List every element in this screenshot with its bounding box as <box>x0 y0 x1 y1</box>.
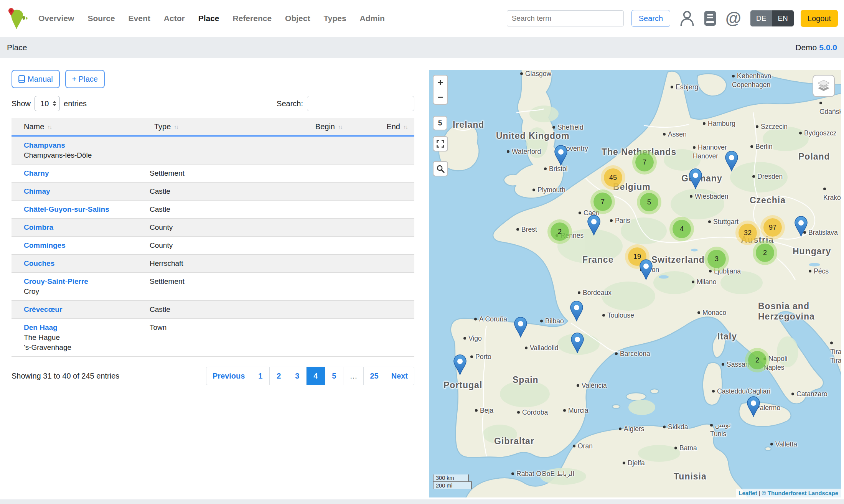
nav-item-actor[interactable]: Actor <box>164 14 185 23</box>
place-link[interactable]: Crèvecœur <box>24 305 62 313</box>
page-button-next[interactable]: Next <box>385 367 414 385</box>
cluster-badge[interactable]: 2 <box>748 351 767 369</box>
cluster-badge[interactable]: 4 <box>673 220 691 238</box>
map-marker[interactable] <box>689 168 702 189</box>
end-cell <box>349 219 414 236</box>
table-row: Châtel-Guyon-sur-SalinsCastle <box>12 201 414 219</box>
cluster-badge[interactable]: 2 <box>756 244 774 262</box>
map-marker[interactable] <box>639 259 653 280</box>
manual-button[interactable]: Manual <box>12 70 60 88</box>
place-link[interactable]: Comminges <box>24 241 66 249</box>
journal-notes-icon[interactable] <box>704 11 716 26</box>
lang-de-button[interactable]: DE <box>750 10 772 26</box>
map-marker[interactable] <box>725 151 738 171</box>
version-link[interactable]: 5.0.0 <box>819 43 837 52</box>
cluster-badge[interactable]: 2 <box>551 222 569 241</box>
nav-item-place[interactable]: Place <box>198 14 219 23</box>
cluster-badge[interactable]: 7 <box>635 153 654 171</box>
end-cell <box>349 201 414 218</box>
cluster-badge[interactable]: 5 <box>640 193 658 211</box>
column-header-name[interactable]: Name↑↓ <box>12 118 142 135</box>
zoom-in-button[interactable]: + <box>434 76 447 90</box>
cluster-count: 7 <box>643 158 646 166</box>
page-button-1[interactable]: 1 <box>251 367 270 385</box>
nav-item-reference[interactable]: Reference <box>233 14 272 23</box>
zoom-out-button[interactable]: − <box>434 90 447 104</box>
lang-en-button[interactable]: EN <box>772 10 793 26</box>
manual-button-label: Manual <box>28 75 53 84</box>
end-cell <box>349 319 414 356</box>
name-cell: Crèvecœur <box>12 301 142 318</box>
page-button-3[interactable]: 3 <box>288 367 307 385</box>
entries-label: entries <box>64 99 87 108</box>
page-length-select[interactable]: 10 <box>35 96 60 111</box>
map-marker[interactable] <box>587 215 601 236</box>
nav-item-overview[interactable]: Overview <box>38 14 74 23</box>
begin-cell <box>288 301 349 318</box>
cluster-badge[interactable]: 45 <box>604 168 622 187</box>
global-search-button[interactable]: Search <box>631 10 670 27</box>
cluster-badge[interactable]: 7 <box>593 193 612 211</box>
page-button-4[interactable]: 4 <box>307 367 325 385</box>
map[interactable]: GlasgowKøbenhavnCopenhagenEsbjergGdańskS… <box>429 70 841 497</box>
main-menu: OverviewSourceEventActorPlaceReferenceOb… <box>38 14 385 23</box>
map-marker[interactable] <box>570 301 584 321</box>
place-link[interactable]: Charny <box>24 169 49 177</box>
place-link[interactable]: Crouy-Saint-Pierre <box>24 277 88 285</box>
column-header-begin[interactable]: Begin↑↓ <box>288 118 349 135</box>
logout-button[interactable]: Logout <box>801 10 838 27</box>
openatlas-logo-icon[interactable] <box>6 7 28 30</box>
add-place-button[interactable]: + Place <box>65 70 105 88</box>
cluster-badge[interactable]: 3 <box>707 250 726 268</box>
column-header-end[interactable]: End↑↓ <box>349 118 414 135</box>
nav-item-types[interactable]: Types <box>323 14 346 23</box>
map-search-button[interactable] <box>433 161 448 176</box>
nav-item-admin[interactable]: Admin <box>360 14 385 23</box>
end-cell <box>349 137 414 164</box>
leaflet-link[interactable]: Leaflet <box>738 490 757 496</box>
place-link[interactable]: Den Haag <box>24 323 58 331</box>
global-search-input[interactable] <box>507 10 624 26</box>
table-row: ChimayCastle <box>12 183 414 201</box>
page-button-5[interactable]: 5 <box>325 367 343 385</box>
table-search-input[interactable] <box>307 96 414 111</box>
place-link[interactable]: Champvans <box>24 141 65 149</box>
page-button-previous[interactable]: Previous <box>206 367 251 385</box>
table-row: Crouy-Saint-PierreCroySettlement <box>12 273 414 301</box>
pagination: Previous12345…25Next <box>206 367 414 385</box>
map-marker[interactable] <box>570 333 584 353</box>
nav-item-event[interactable]: Event <box>129 14 150 23</box>
layers-control[interactable] <box>813 75 835 97</box>
contact-at-icon[interactable]: @ <box>725 10 741 26</box>
page-button-2[interactable]: 2 <box>270 367 288 385</box>
provider-link[interactable]: © Thunderforest Landscape <box>762 490 838 496</box>
magnifier-icon <box>436 165 445 173</box>
cluster-count: 2 <box>558 228 562 236</box>
place-link[interactable]: Coimbra <box>24 223 53 231</box>
place-link[interactable]: Couches <box>24 259 54 267</box>
nav-item-object[interactable]: Object <box>285 14 310 23</box>
map-marker[interactable] <box>554 145 568 166</box>
sort-icon: ↑↓ <box>174 124 178 130</box>
begin-cell <box>288 255 349 272</box>
map-marker[interactable] <box>514 317 528 338</box>
cluster-count: 2 <box>755 356 759 364</box>
user-profile-icon[interactable] <box>679 10 695 26</box>
cluster-badge[interactable]: 32 <box>738 224 757 242</box>
begin-cell <box>288 183 349 200</box>
cluster-badge[interactable]: 97 <box>763 218 782 237</box>
map-marker[interactable] <box>747 396 760 417</box>
map-marker[interactable] <box>453 354 467 375</box>
language-switcher: DE EN <box>750 10 794 26</box>
zoom-level-control[interactable]: 5 <box>433 116 447 130</box>
place-link[interactable]: Chimay <box>24 187 50 195</box>
cluster-count: 32 <box>744 229 752 237</box>
page-button-25[interactable]: 25 <box>364 367 385 385</box>
place-list-panel: Manual + Place Show 10 entries Search: N… <box>12 70 414 497</box>
fullscreen-button[interactable] <box>433 136 448 152</box>
nav-item-source[interactable]: Source <box>87 14 115 23</box>
place-link[interactable]: Châtel-Guyon-sur-Salins <box>24 205 109 213</box>
select-arrows-icon <box>53 101 56 106</box>
column-header-type[interactable]: Type↑↓ <box>142 118 288 135</box>
map-marker[interactable] <box>794 216 808 237</box>
